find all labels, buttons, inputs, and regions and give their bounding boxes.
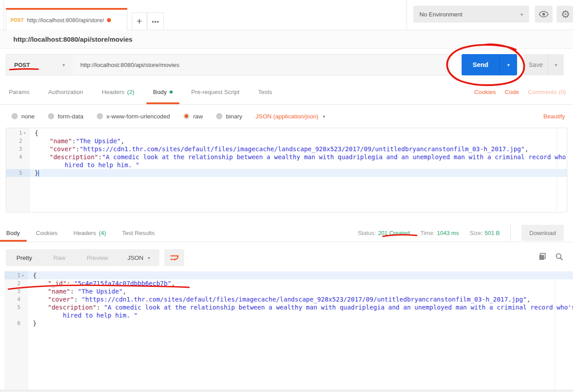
fold-caret-icon[interactable]: ▾ — [22, 129, 27, 137]
tab-headers[interactable]: Headers (2) — [102, 80, 134, 104]
tab-method-badge: POST — [11, 17, 24, 23]
request-title-row: http://localhost:8080/api/store/movies — [0, 30, 573, 49]
fold-caret-icon[interactable]: ▾ — [20, 271, 25, 279]
copy-response-button[interactable] — [538, 253, 546, 263]
environment-divider — [407, 0, 407, 30]
line-number: 5 — [4, 303, 28, 311]
wrap-lines-button[interactable] — [164, 249, 184, 266]
tab-pre-request-script[interactable]: Pre-request Script — [191, 80, 240, 104]
code-row[interactable]: hired to help him. " — [6, 161, 567, 169]
request-body-editor[interactable]: 1▾{2 "name":"The Upside",3 "cover":"http… — [6, 128, 567, 212]
code-link[interactable]: Code — [505, 89, 519, 95]
code-text: "description": "A comedic look at the re… — [28, 303, 573, 311]
tabs-menu-button[interactable]: ••• — [147, 12, 164, 30]
line-number — [6, 161, 30, 169]
code-text: hired to help him. " — [28, 311, 573, 319]
code-text: "name": "The Upside", — [28, 287, 573, 295]
send-button[interactable]: Send — [462, 54, 499, 75]
tab-body[interactable]: Body — [153, 80, 173, 104]
line-number: 2 — [4, 279, 28, 287]
view-raw[interactable]: Raw — [43, 255, 76, 261]
url-input[interactable] — [73, 54, 450, 75]
view-pretty[interactable]: Pretty — [6, 255, 43, 261]
code-row[interactable]: 4 "description":"A comedic look at the r… — [6, 153, 567, 161]
code-text: "name":"The Upside", — [30, 137, 567, 145]
tab-authorization[interactable]: Authorization — [48, 80, 83, 104]
download-button[interactable]: Download — [522, 225, 564, 241]
cookies-link[interactable]: Cookies — [474, 89, 496, 95]
stats-divider — [510, 225, 511, 241]
radio-binary[interactable]: binary — [216, 113, 242, 120]
response-tools — [538, 249, 563, 266]
radio-form-data[interactable]: form-data — [48, 113, 83, 120]
code-row[interactable]: 2 "_id": "5c4e715fa74c07dbbb6ecb7b", — [4, 279, 573, 287]
headers-count-badge: (2) — [127, 89, 134, 95]
unsaved-dot — [107, 18, 111, 22]
code-row[interactable]: 2 "name":"The Upside", — [6, 137, 567, 145]
response-format-selector[interactable]: JSON ▾ — [118, 249, 159, 266]
tab-tests[interactable]: Tests — [258, 80, 272, 104]
method-selector[interactable]: POST ▾ — [6, 54, 73, 75]
search-response-button[interactable] — [555, 253, 563, 263]
new-tab-button[interactable]: + — [132, 12, 147, 30]
tab-url-label: http://localhost:8080/api/store/ — [27, 17, 104, 24]
code-text: "cover":"https://cdn1.thr.com/sites/defa… — [30, 145, 567, 153]
content-type-selector[interactable]: JSON (application/json) ▾ — [256, 113, 325, 120]
send-options-button[interactable]: ▾ — [499, 54, 517, 75]
beautify-link[interactable]: Beautify — [543, 113, 573, 120]
code-row[interactable]: 5} — [6, 169, 567, 177]
body-modified-dot — [170, 90, 173, 94]
more-tabs-icon: ••• — [152, 18, 159, 25]
line-number: 3 — [4, 287, 28, 295]
environment-quick-look-button[interactable] — [535, 6, 553, 23]
response-body-editor[interactable]: 1▾{2 "_id": "5c4e715fa74c07dbbb6ecb7b",3… — [4, 270, 573, 390]
response-tab-body[interactable]: Body — [6, 224, 20, 242]
radio-none[interactable]: none — [12, 113, 35, 120]
request-title: http://localhost:8080/api/store/movies — [13, 35, 132, 43]
environment-selector-value: No Environment — [419, 11, 462, 18]
time-value: 1043 ms — [437, 230, 459, 236]
code-row[interactable]: hired to help him. " — [4, 311, 573, 319]
request-builder: POST ▾ Send ▾ Save ▾ — [0, 49, 573, 80]
radio-selected-icon — [183, 113, 190, 119]
view-preview[interactable]: Preview — [76, 255, 119, 261]
plus-icon: + — [137, 16, 142, 27]
save-options-button[interactable]: ▾ — [548, 54, 564, 75]
text-cursor — [38, 170, 39, 176]
response-stats: Status:201 Created Time:1043 ms Size:501… — [358, 224, 573, 242]
postman-window: POST http://localhost:8080/api/store/ + … — [0, 0, 573, 392]
comments-link[interactable]: Comments (0) — [528, 89, 566, 95]
chevron-down-icon: ▾ — [323, 114, 325, 119]
code-row[interactable]: 1▾{ — [4, 271, 573, 279]
code-row[interactable]: 1▾{ — [6, 129, 567, 137]
code-row[interactable]: 4 "cover": "https://cdn1.thr.com/sites/d… — [4, 295, 573, 303]
radio-raw[interactable]: raw — [183, 113, 203, 120]
code-row[interactable]: 3 "cover":"https://cdn1.thr.com/sites/de… — [6, 145, 567, 153]
code-row[interactable]: 6} — [4, 319, 573, 327]
radio-x-www-form-urlencoded[interactable]: x-www-form-urlencoded — [97, 113, 170, 120]
code-row[interactable]: 5 "description": "A comedic look at the … — [4, 303, 573, 311]
code-text: hired to help him. " — [30, 161, 567, 169]
response-tab-test-results[interactable]: Test Results — [122, 224, 155, 242]
size-value: 501 B — [485, 230, 500, 236]
line-number: 4 — [4, 295, 28, 303]
status-value: 201 Created — [378, 230, 410, 236]
code-text: "description":"A comedic look at the rel… — [30, 153, 567, 161]
chevron-down-icon: ▾ — [521, 12, 523, 17]
line-number — [4, 311, 28, 319]
chevron-down-icon: ▾ — [148, 255, 150, 260]
line-number: 5 — [6, 169, 30, 177]
line-number: 1▾ — [6, 129, 30, 137]
request-tab[interactable]: POST http://localhost:8080/api/store/ — [6, 8, 127, 30]
environment-selector[interactable]: No Environment ▾ — [413, 6, 529, 23]
response-tab-headers[interactable]: Headers (4) — [74, 224, 107, 242]
response-tab-cookies[interactable]: Cookies — [36, 224, 58, 242]
code-row[interactable]: 3 "name": "The Upside", — [4, 287, 573, 295]
search-icon — [555, 253, 563, 261]
code-text: } — [30, 169, 567, 177]
tab-params[interactable]: Params — [9, 80, 30, 104]
code-text: { — [30, 129, 567, 137]
settings-button[interactable]: ⚙ — [557, 6, 573, 23]
radio-icon — [48, 113, 54, 119]
save-button[interactable]: Save — [524, 54, 548, 75]
